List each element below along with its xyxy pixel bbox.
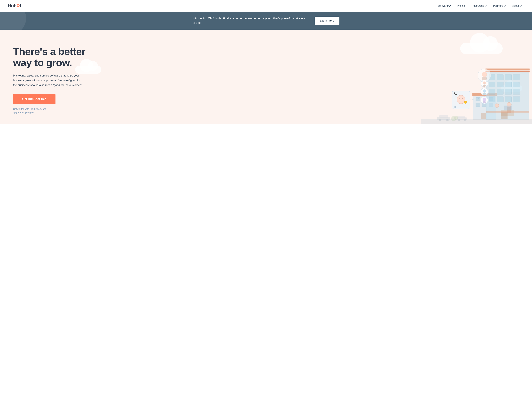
svg-rect-50 bbox=[483, 101, 486, 103]
svg-rect-47 bbox=[483, 93, 486, 95]
nav-item-about: About bbox=[509, 3, 524, 9]
svg-rect-14 bbox=[505, 75, 512, 80]
svg-text:👋: 👋 bbox=[463, 100, 467, 104]
navbar: Hubt Software Pricing Resources Partners bbox=[0, 0, 532, 12]
nav-item-resources: Resources bbox=[469, 3, 489, 9]
svg-point-46 bbox=[483, 89, 486, 93]
chevron-down-icon bbox=[449, 4, 451, 7]
svg-rect-25 bbox=[497, 97, 503, 102]
hero-cta-button[interactable]: Get HubSpot free bbox=[13, 94, 56, 104]
svg-rect-26 bbox=[505, 97, 512, 102]
svg-rect-31 bbox=[504, 106, 513, 110]
svg-rect-64 bbox=[455, 118, 456, 121]
banner-learn-more-button[interactable]: Learn more bbox=[315, 17, 339, 25]
svg-point-61 bbox=[464, 119, 466, 121]
nav-link-partners[interactable]: Partners bbox=[491, 3, 508, 9]
video-call-card: 📞 👋 ⊞ bbox=[452, 91, 470, 109]
svg-rect-2 bbox=[476, 97, 480, 101]
nav-link-software[interactable]: Software bbox=[435, 3, 453, 9]
chevron-down-icon bbox=[519, 4, 522, 7]
svg-rect-34 bbox=[486, 111, 529, 112]
svg-point-63 bbox=[454, 116, 458, 120]
svg-rect-22 bbox=[505, 89, 512, 94]
building-large bbox=[486, 69, 530, 119]
svg-rect-21 bbox=[497, 89, 503, 94]
svg-rect-59 bbox=[458, 116, 465, 118]
nav-item-partners: Partners bbox=[491, 3, 508, 9]
hero-section: There's a better way to grow. Marketing,… bbox=[0, 30, 532, 124]
announcement-banner: Introducing CMS Hub: Finally, a content … bbox=[0, 12, 532, 30]
svg-rect-23 bbox=[513, 89, 520, 94]
logo[interactable]: Hubt bbox=[8, 3, 21, 8]
logo-dot-icon bbox=[17, 4, 19, 7]
svg-rect-10 bbox=[486, 69, 530, 70]
svg-point-49 bbox=[483, 98, 486, 101]
banner-decoration bbox=[0, 12, 26, 30]
nav-link-resources[interactable]: Resources bbox=[469, 3, 489, 9]
svg-point-39 bbox=[462, 98, 463, 99]
svg-text:⊞: ⊞ bbox=[454, 106, 456, 108]
svg-rect-5 bbox=[476, 103, 480, 107]
svg-rect-8 bbox=[481, 113, 486, 119]
svg-rect-33 bbox=[501, 112, 507, 119]
svg-rect-53 bbox=[482, 77, 487, 80]
hero-illustration: 📞 👋 ⊞ bbox=[421, 49, 532, 124]
svg-rect-18 bbox=[505, 82, 512, 87]
svg-point-38 bbox=[459, 98, 460, 99]
svg-rect-17 bbox=[497, 82, 503, 87]
nav-link-pricing[interactable]: Pricing bbox=[454, 3, 468, 9]
svg-rect-13 bbox=[497, 75, 503, 80]
svg-rect-16 bbox=[489, 82, 495, 87]
svg-point-52 bbox=[482, 72, 487, 77]
nav-item-pricing: Pricing bbox=[454, 3, 468, 9]
svg-rect-24 bbox=[489, 97, 495, 102]
chevron-down-icon bbox=[485, 4, 487, 7]
chevron-down-icon bbox=[504, 4, 506, 7]
svg-rect-20 bbox=[489, 89, 495, 94]
nav-link-about[interactable]: About bbox=[509, 3, 524, 9]
svg-point-57 bbox=[446, 119, 449, 121]
svg-point-32 bbox=[495, 104, 499, 107]
hero-description: Marketing, sales, and service software t… bbox=[13, 73, 85, 87]
svg-rect-19 bbox=[513, 82, 520, 87]
road bbox=[421, 119, 532, 124]
nav-item-software: Software bbox=[435, 3, 453, 9]
svg-point-56 bbox=[439, 119, 441, 121]
hero-content: There's a better way to grow. Marketing,… bbox=[13, 43, 85, 114]
svg-point-60 bbox=[458, 119, 460, 121]
illustration-svg: 📞 👋 ⊞ bbox=[421, 49, 532, 124]
hero-title: There's a better way to grow. bbox=[13, 46, 85, 68]
svg-rect-11 bbox=[486, 71, 530, 72]
hero-subtext: Get started with FREE tools, and upgrade… bbox=[13, 107, 52, 114]
logo-text: Hubt bbox=[8, 3, 21, 8]
nav-links: Software Pricing Resources Partners Abou… bbox=[435, 3, 524, 9]
banner-text: Introducing CMS Hub: Finally, a content … bbox=[193, 16, 307, 25]
svg-rect-55 bbox=[439, 115, 448, 118]
svg-text:📞: 📞 bbox=[454, 92, 457, 95]
svg-rect-15 bbox=[513, 75, 520, 80]
svg-rect-27 bbox=[513, 97, 520, 102]
